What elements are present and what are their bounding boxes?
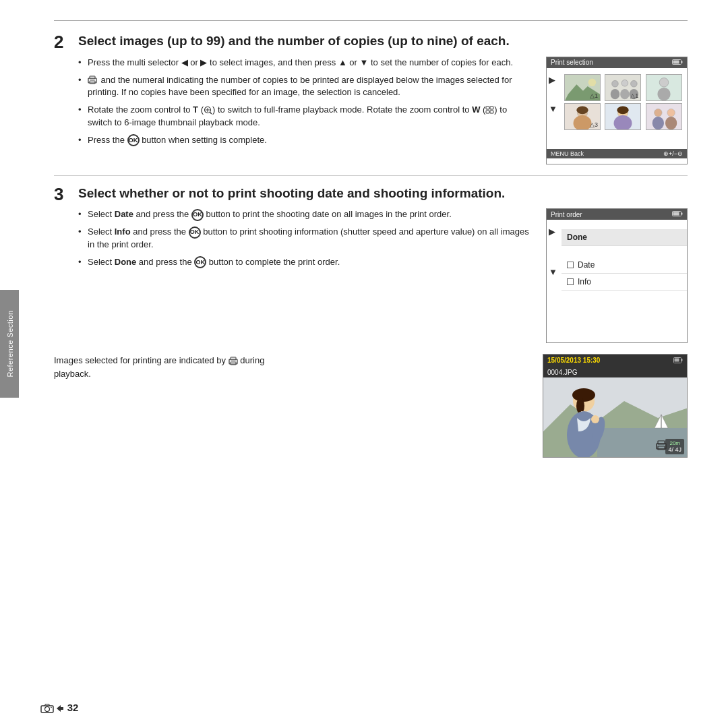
- screen-body-1: ▶ ▼ △1: [547, 68, 687, 149]
- battery-icon-2: [672, 210, 683, 217]
- section-2-row: Press the multi selector ◀ or ▶ to selec…: [78, 57, 688, 164]
- thumb-label-1: △1: [590, 92, 598, 99]
- section-2-heading: Select images (up to 99) and the number …: [78, 33, 688, 50]
- page-arrow-icon: [55, 704, 65, 713]
- thumb-svg-3: [646, 74, 681, 101]
- thumb-svg-5: [605, 103, 640, 130]
- section-3-heading: Select whether or not to print shooting …: [78, 185, 688, 202]
- section-2-bullets: Press the multi selector ◀ or ▶ to selec…: [78, 57, 533, 152]
- ok-button-icon-4: OK: [194, 256, 206, 268]
- page: Reference Section 2 Select images (up to…: [0, 0, 728, 728]
- section-3-content: Select whether or not to print shooting …: [78, 185, 688, 344]
- playback-date: 15/05/2013 15:30: [547, 357, 600, 364]
- svg-rect-41: [681, 213, 683, 215]
- section-2: 2 Select images (up to 99) and the numbe…: [54, 33, 688, 164]
- page-number: 32: [40, 702, 78, 713]
- thumbnail-grid: △1: [564, 71, 684, 130]
- page-camera-icon: [40, 704, 54, 713]
- ok-button-icon-3: OK: [189, 226, 201, 239]
- bottom-paragraph: Images selected for printing are indicat…: [54, 354, 529, 380]
- mid-rule: [54, 175, 688, 176]
- svg-rect-8: [490, 107, 493, 109]
- svg-point-36: [654, 109, 662, 117]
- thumbnail-3: [646, 74, 682, 101]
- svg-point-65: [45, 707, 50, 712]
- ok-button-icon-2: OK: [191, 209, 204, 221]
- battery-1: [672, 59, 683, 67]
- sidebar-label: Reference Section: [5, 311, 13, 377]
- top-rule: [54, 20, 688, 21]
- thumbnail-6: [646, 103, 682, 130]
- svg-point-19: [611, 89, 619, 99]
- ok-button-icon-1: OK: [127, 134, 140, 146]
- section-3-bullets: Select Date and press the OK button to p…: [78, 208, 533, 273]
- bullet-3-3: Select Done and press the OK button to c…: [78, 256, 533, 269]
- order-item-date: Date: [562, 257, 687, 274]
- screen-header-1: Print selection: [547, 57, 687, 68]
- section-2-content: Select images (up to 99) and the number …: [78, 33, 688, 164]
- svg-rect-13: [673, 60, 679, 63]
- spacer-2: [562, 246, 687, 257]
- nav-play-2: ▶: [549, 226, 557, 237]
- svg-point-37: [652, 117, 663, 129]
- svg-point-66: [51, 707, 52, 708]
- svg-rect-9: [486, 111, 489, 113]
- bullet-2-3: Rotate the zoom control to T () to switc…: [78, 104, 533, 129]
- thumbnail-1: △1: [564, 74, 601, 101]
- svg-rect-12: [681, 61, 683, 63]
- bullet-2-2: and the numeral indicating the number of…: [78, 74, 533, 100]
- svg-rect-7: [486, 107, 489, 109]
- frame-counter: 4/ 4J: [668, 446, 681, 453]
- spacer-1: [562, 220, 687, 229]
- thumb-svg-6: [646, 103, 681, 130]
- section-3: 3 Select whether or not to print shootin…: [54, 185, 688, 344]
- svg-point-33: [617, 106, 629, 114]
- info-checkbox: [567, 278, 574, 285]
- bullet-2-1: Press the multi selector ◀ or ▶ to selec…: [78, 57, 533, 69]
- svg-rect-48: [675, 359, 679, 362]
- battery-icon-1: [672, 59, 683, 65]
- playback-header: 15/05/2013 15:30: [543, 355, 687, 366]
- playback-filename-row: 0004.JPG: [543, 366, 687, 377]
- order-item-info: Info: [562, 274, 687, 291]
- svg-rect-47: [681, 359, 683, 361]
- thumbnail-5: [605, 103, 641, 130]
- section-3-row: Select Date and press the OK button to p…: [78, 208, 688, 343]
- svg-point-21: [620, 89, 629, 99]
- screen-title-1: Print selection: [551, 59, 593, 66]
- bottom-section: Images selected for printing are indicat…: [54, 354, 688, 458]
- page-num-text: 32: [67, 702, 79, 713]
- bottom-text: Images selected for printing are indicat…: [54, 354, 529, 380]
- nav-down-arrow: ▼: [549, 104, 557, 114]
- svg-point-39: [665, 117, 677, 129]
- svg-point-55: [572, 388, 595, 402]
- svg-line-6: [210, 112, 212, 114]
- sidebar-tab: Reference Section: [0, 290, 19, 398]
- date-label: Date: [578, 260, 595, 270]
- print-order-screen: Print order ▶ ▼: [546, 208, 688, 343]
- svg-point-22: [631, 80, 638, 87]
- svg-point-20: [621, 80, 628, 86]
- screen-title-2: Print order: [551, 211, 582, 218]
- svg-point-25: [659, 78, 668, 86]
- battery-icon-3: [673, 357, 683, 363]
- screen-header-2: Print order: [547, 209, 687, 220]
- info-label: Info: [578, 277, 591, 286]
- bullet-2-4: Press the OK button when setting is comp…: [78, 134, 533, 147]
- done-label: Done: [567, 233, 587, 242]
- svg-point-26: [657, 88, 670, 100]
- footer-back-1: MENU Back: [551, 150, 584, 157]
- zoom-in-icon: [204, 106, 212, 115]
- print-selection-screen: Print selection ▶ ▼: [546, 57, 688, 164]
- screen-nav-arrows-2: ▶ ▼: [549, 226, 557, 277]
- nav-down-2: ▼: [549, 267, 557, 277]
- playback-screen: 15/05/2013 15:30 0004.JPG: [543, 354, 688, 458]
- screen-nav-arrows-1: ▶ ▼: [549, 75, 557, 114]
- step-3-number: 3: [54, 185, 69, 203]
- svg-point-18: [612, 80, 619, 87]
- svg-rect-42: [673, 212, 679, 216]
- screen-footer-1: MENU Back ⊕+/−⊖: [547, 149, 687, 158]
- nav-play-arrow: ▶: [549, 75, 557, 85]
- bullet-3-2: Select Info and press the OK button to p…: [78, 226, 533, 251]
- svg-marker-67: [57, 705, 63, 712]
